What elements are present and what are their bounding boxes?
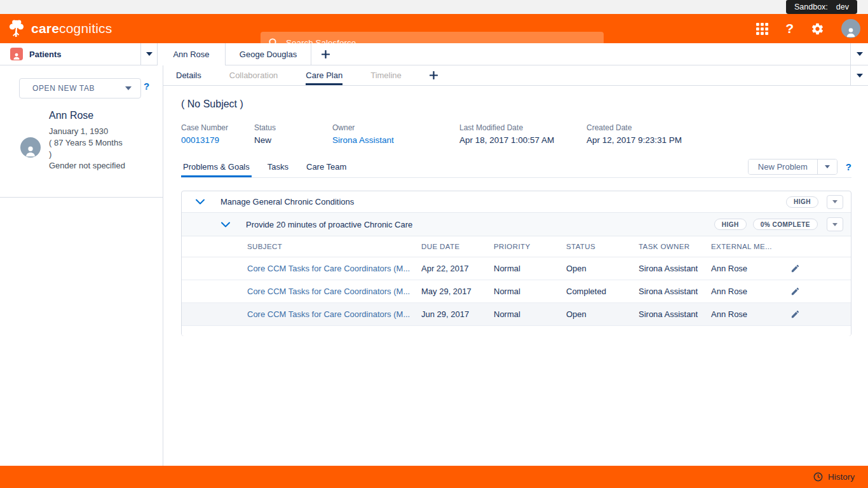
app-launcher-icon[interactable] [756,23,768,35]
tab-care-team[interactable]: Care Team [304,156,348,177]
chevron-down-icon [825,165,830,168]
subtab-label: Care Plan [306,71,342,80]
edit-task-button[interactable] [790,309,851,319]
subtab-timeline[interactable]: Timeline [370,65,402,85]
patient-dob: January 1, 1930 [49,126,126,137]
collapse-problem-chevron[interactable] [196,198,205,207]
new-problem-button[interactable]: New Problem [749,159,817,174]
task-owner: Sirona Assistant [639,264,711,273]
task-status: Completed [566,287,639,296]
task-status: Open [566,309,639,319]
subtab-details[interactable]: Details [176,65,201,85]
problem-title: Manage General Chronic Conditions [220,197,354,207]
new-problem-dropdown[interactable] [817,159,837,174]
care-plan-tabs: Problems & Goals Tasks Care Team New Pro… [181,156,851,178]
tab-tasks[interactable]: Tasks [266,156,290,177]
goal-menu-button[interactable] [827,217,843,231]
field-label: Created Date [587,123,682,132]
edit-task-button[interactable] [790,264,851,273]
problem-menu-button[interactable] [827,195,843,209]
pencil-icon [790,287,800,296]
workspace-tab-geoge-douglas[interactable]: Geoge Douglas [226,43,311,65]
field-value: Apr 12, 2017 9:23:31 PM [587,135,682,145]
subtab-collaboration[interactable]: Collaboration [229,65,278,85]
patient-age: ( 87 Years 5 Months ) [49,137,126,160]
problem-row-actions: HIGH [786,195,843,209]
add-subtab-button[interactable] [430,71,438,79]
priority-badge: HIGH [786,196,818,208]
field-label: Status [254,123,332,132]
field-last-modified: Last Modified Date Apr 18, 2017 1:00:57 … [459,123,587,145]
main-content: ( No Subject ) Case Number 00013179 Stat… [163,86,868,466]
task-priority: Normal [494,264,566,273]
chevron-down-icon [832,200,837,203]
case-number-link[interactable]: 00013179 [181,135,254,145]
problem-row: Manage General Chronic Conditions HIGH [182,191,851,213]
workspace-tab-overflow[interactable] [850,43,868,65]
task-external: Ann Rose [711,309,790,319]
collapse-goal-chevron[interactable] [221,220,230,229]
field-status: Status New [254,123,332,145]
utility-bar: History [0,466,868,488]
edit-task-button[interactable] [790,287,851,296]
task-priority: Normal [494,287,566,296]
care-plan-card: Manage General Chronic Conditions HIGH P… [181,191,851,336]
subtab-care-plan[interactable]: Care Plan [306,65,342,85]
history-button[interactable]: History [813,472,855,482]
task-external: Ann Rose [711,287,790,296]
sandbox-label: Sandbox: [794,3,828,11]
owner-link[interactable]: Sirona Assistant [332,135,459,145]
chevron-down-icon [857,74,863,78]
task-subject-link[interactable]: Core CCM Tasks for Care Coordinators (M.… [247,287,421,296]
tab-label: Problems & Goals [183,162,250,172]
gear-icon [811,22,824,36]
setup-gear-icon[interactable] [811,22,824,36]
subtab-label: Details [176,71,201,80]
chevron-down-icon [832,223,837,226]
chevron-down-icon [196,199,205,205]
col-external: EXTERNAL ME... [711,243,790,250]
sidebar-help-icon[interactable]: ? [144,81,149,92]
task-subject-link[interactable]: Core CCM Tasks for Care Coordinators (M.… [247,309,421,319]
complete-badge: 0% COMPLETE [753,219,818,230]
plan-help-icon[interactable]: ? [846,161,851,172]
open-new-tab-select[interactable]: OPEN NEW TAB [19,78,141,98]
help-icon[interactable]: ? [785,21,794,36]
plan-actions: New Problem ? [748,159,851,175]
add-workspace-tab-button[interactable] [311,43,339,65]
workspace-tab-ann-rose[interactable]: Ann Rose [158,43,226,65]
workspace-tab-row: Patients Ann Rose Geoge Douglas [0,43,868,65]
top-strip: Sandbox: dev [0,0,868,14]
field-owner: Owner Sirona Assistant [332,123,459,145]
person-icon [12,51,21,60]
person-icon [844,25,857,38]
screen: Sandbox: dev carecognitics [0,0,868,488]
waffle-grid-icon [756,23,768,35]
subtab-overflow[interactable] [850,65,868,85]
task-subject-link[interactable]: Core CCM Tasks for Care Coordinators (M.… [247,264,421,273]
col-subject: SUBJECT [247,243,421,250]
field-value: Apr 18, 2017 1:00:57 AM [459,135,587,145]
task-due-date: May 29, 2017 [421,287,494,296]
app-tab-dropdown[interactable] [140,43,157,65]
field-created-date: Created Date Apr 12, 2017 9:23:31 PM [587,123,682,145]
workspace-tab-label: Geoge Douglas [240,50,297,59]
workspace-tab-label: Ann Rose [173,50,209,59]
brand-name: carecognitics [31,21,112,36]
app-tab-label: Patients [29,50,140,59]
task-due-date: Jun 29, 2017 [421,309,494,319]
sidebar-divider [0,197,163,198]
patient-name: Ann Rose [49,110,126,121]
pencil-icon [790,264,800,273]
goal-title: Provide 20 minutes of proactive Chronic … [246,220,412,229]
pencil-icon [790,309,800,319]
plus-icon [430,71,438,79]
tab-problems-goals[interactable]: Problems & Goals [181,156,252,177]
table-row: Core CCM Tasks for Care Coordinators (M.… [182,280,851,303]
field-label: Case Number [181,123,254,132]
app-tab-patients[interactable]: Patients [0,43,158,65]
history-label: History [828,472,855,482]
task-priority: Normal [494,309,566,319]
user-avatar[interactable] [841,19,860,38]
person-icon [24,144,37,158]
